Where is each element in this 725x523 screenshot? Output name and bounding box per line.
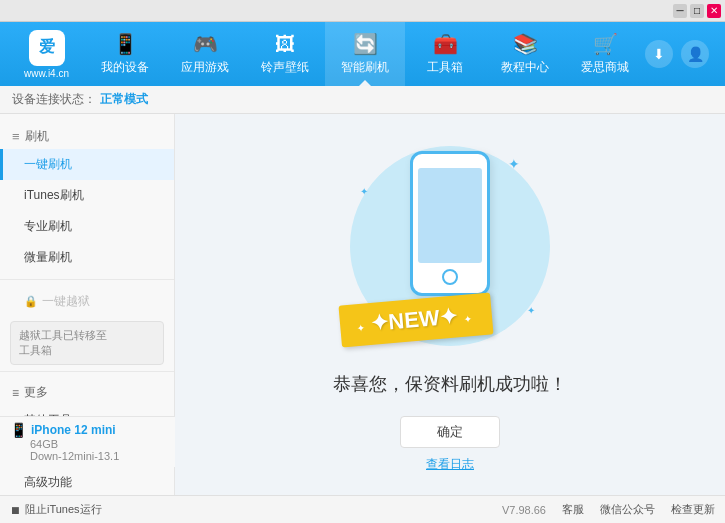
apps-games-icon: 🎮	[193, 32, 218, 56]
wechat-link[interactable]: 微信公众号	[600, 502, 655, 517]
lock-icon: 🔒	[24, 295, 38, 308]
sparkle-1: ✦	[508, 156, 520, 172]
update-link[interactable]: 检查更新	[671, 502, 715, 517]
close-button[interactable]: ✕	[707, 4, 721, 18]
bottom-right: V7.98.66 客服 微信公众号 检查更新	[502, 502, 715, 517]
sidebar: ≡ 刷机 一键刷机 iTunes刷机 专业刷机 微量刷机 🔒 一键越狱 越狱工具…	[0, 114, 175, 495]
flash-section-icon: ≡	[12, 129, 20, 144]
main-content: ≡ 刷机 一键刷机 iTunes刷机 专业刷机 微量刷机 🔒 一键越狱 越狱工具…	[0, 114, 725, 495]
nav-logo[interactable]: 爱 www.i4.cn	[8, 30, 85, 79]
status-label: 设备连接状态：	[12, 91, 96, 108]
sidebar-item-pro-flash[interactable]: 专业刷机	[0, 211, 174, 242]
sparkle-2: ✦	[360, 186, 368, 197]
device-name: iPhone 12 mini	[31, 423, 116, 437]
sidebar-more-section: ≡ 更多	[0, 378, 174, 405]
logo-icon: 爱	[29, 30, 65, 66]
nav-item-tutorial[interactable]: 📚 教程中心	[485, 22, 565, 86]
center-panel: ✦ ✦ ✦ ✦NEW✦ 恭喜您，保资料刷机成功啦！ 确定 查看日志	[175, 114, 725, 495]
one-key-flash-label: 一键刷机	[24, 157, 72, 171]
stop-icon: ⏹	[10, 504, 21, 516]
sidebar-divider-2	[0, 371, 174, 372]
sparkle-3: ✦	[527, 305, 535, 316]
device-detail: Down-12mini-13.1	[10, 450, 165, 462]
phone-body	[410, 151, 490, 296]
sidebar-item-itunes-flash[interactable]: iTunes刷机	[0, 180, 174, 211]
toolbox-icon: 🧰	[433, 32, 458, 56]
nav-item-smart-flash-label: 智能刷机	[341, 59, 389, 76]
pro-flash-label: 专业刷机	[24, 219, 72, 233]
new-ribbon-text: ✦NEW✦	[369, 303, 458, 336]
nav-item-my-device[interactable]: 📱 我的设备	[85, 22, 165, 86]
itunes-flash-label: iTunes刷机	[24, 188, 84, 202]
minimize-button[interactable]: ─	[673, 4, 687, 18]
success-text: 恭喜您，保资料刷机成功啦！	[333, 372, 567, 396]
nav-item-wallpaper-label: 铃声壁纸	[261, 59, 309, 76]
nav-right: ⬇ 👤	[645, 40, 717, 68]
sidebar-item-save-flash[interactable]: 微量刷机	[0, 242, 174, 273]
my-device-icon: 📱	[113, 32, 138, 56]
itunes-stop-label: 阻止iTunes运行	[25, 502, 102, 517]
download-button[interactable]: ⬇	[645, 40, 673, 68]
nav-item-apps-games[interactable]: 🎮 应用游戏	[165, 22, 245, 86]
itunes-stop[interactable]: ⏹ 阻止iTunes运行	[10, 502, 102, 517]
sidebar-flash-title: 刷机	[25, 128, 49, 145]
phone-screen	[418, 168, 482, 263]
sidebar-flash-section: ≡ 刷机	[0, 122, 174, 149]
phone-home-button	[442, 269, 458, 285]
device-storage: 64GB	[10, 438, 165, 450]
title-bar: ─ □ ✕	[0, 0, 725, 22]
advanced-label: 高级功能	[24, 475, 72, 489]
confirm-button[interactable]: 确定	[400, 416, 500, 448]
user-button[interactable]: 👤	[681, 40, 709, 68]
nav-item-smart-flash[interactable]: 🔄 智能刷机	[325, 22, 405, 86]
sidebar-item-jailbreak: 🔒 一键越狱	[0, 286, 174, 317]
status-value: 正常模式	[100, 91, 148, 108]
smart-flash-icon: 🔄	[353, 32, 378, 56]
nav-item-toolbox-label: 工具箱	[427, 59, 463, 76]
nav-item-apps-games-label: 应用游戏	[181, 59, 229, 76]
device-info: 📱 iPhone 12 mini 64GB Down-12mini-13.1	[0, 416, 175, 467]
device-phone-icon: 📱	[10, 422, 27, 438]
info-line1: 越狱工具已转移至	[19, 328, 155, 343]
logo-text: www.i4.cn	[24, 68, 69, 79]
jailbreak-label: 一键越狱	[42, 293, 90, 310]
nav-item-shop-label: 爱思商城	[581, 59, 629, 76]
sidebar-item-one-key-flash[interactable]: 一键刷机	[0, 149, 174, 180]
info-line2: 工具箱	[19, 343, 155, 358]
tutorial-icon: 📚	[513, 32, 538, 56]
support-link[interactable]: 客服	[562, 502, 584, 517]
save-flash-label: 微量刷机	[24, 250, 72, 264]
maximize-button[interactable]: □	[690, 4, 704, 18]
version-text: V7.98.66	[502, 504, 546, 516]
nav-bar: 爱 www.i4.cn 📱 我的设备 🎮 应用游戏 🖼 铃声壁纸 🔄 智能刷机 …	[0, 22, 725, 86]
jailbreak-info-box: 越狱工具已转移至 工具箱	[10, 321, 164, 365]
wallpaper-icon: 🖼	[275, 33, 295, 56]
nav-items: 📱 我的设备 🎮 应用游戏 🖼 铃声壁纸 🔄 智能刷机 🧰 工具箱 📚 教程中心…	[85, 22, 645, 86]
nav-item-toolbox[interactable]: 🧰 工具箱	[405, 22, 485, 86]
more-section-icon: ≡	[12, 386, 19, 400]
sidebar-more-title: 更多	[24, 384, 48, 401]
sidebar-item-advanced[interactable]: 高级功能	[0, 467, 174, 495]
nav-item-shop[interactable]: 🛒 爱思商城	[565, 22, 645, 86]
nav-item-my-device-label: 我的设备	[101, 59, 149, 76]
shop-icon: 🛒	[593, 32, 618, 56]
bottom-bar: ⏹ 阻止iTunes运行 V7.98.66 客服 微信公众号 检查更新	[0, 495, 725, 523]
status-bar: 设备连接状态： 正常模式	[0, 86, 725, 114]
view-log-link[interactable]: 查看日志	[426, 456, 474, 473]
phone-graphic: ✦ ✦ ✦ ✦NEW✦	[350, 136, 550, 356]
nav-item-tutorial-label: 教程中心	[501, 59, 549, 76]
nav-item-wallpaper[interactable]: 🖼 铃声壁纸	[245, 22, 325, 86]
sidebar-divider-1	[0, 279, 174, 280]
